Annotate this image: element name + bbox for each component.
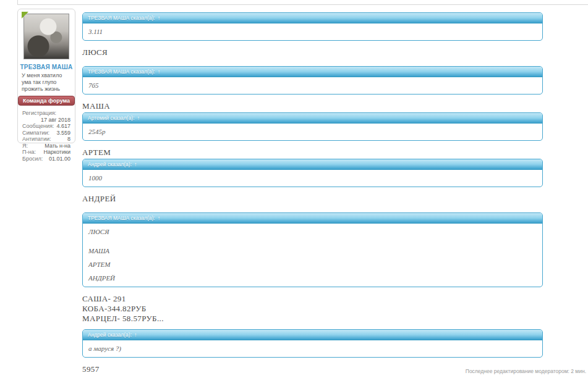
- stat-label: Бросил:: [22, 156, 43, 162]
- quote-content-line: а маруся ?): [88, 345, 537, 353]
- user-stat-row: Антипатии:8: [22, 136, 70, 143]
- quote-attribution: ТРЕЗВАЯ МАША сказал(а):: [88, 215, 155, 221]
- quote-jump-arrow[interactable]: ↑: [134, 332, 137, 338]
- quote-jump-arrow[interactable]: ↑: [158, 69, 161, 75]
- quote-jump-arrow[interactable]: ↑: [134, 161, 137, 167]
- user-stat-row: Сообщения:4.617: [22, 123, 70, 130]
- user-stats: Регистрация:17 авг 2018Сообщения:4.617Си…: [22, 110, 70, 162]
- quote-content-line: 2545р: [88, 128, 537, 136]
- quote-header: Андрей сказал(а): ↑: [83, 330, 542, 340]
- quote-jump-arrow[interactable]: ↑: [158, 215, 161, 221]
- stat-value: 17 авг 2018: [41, 117, 70, 124]
- quote-attribution: Артемий сказал(а):: [88, 115, 135, 121]
- quote-content: ЛЮСЯМАШААРТЕМАНДРЕЙ: [83, 224, 542, 287]
- post-content: ТРЕЗВАЯ МАША сказал(а): ↑ 3.111 ЛЮСЯ ТРЕ…: [82, 0, 586, 378]
- stat-value: Наркотики: [44, 149, 70, 156]
- post-text: МАША: [82, 101, 543, 111]
- user-stat-row: Симпатии:3.559: [22, 130, 70, 136]
- quote-block: Андрей сказал(а): ↑ а маруся ?): [82, 329, 543, 358]
- quote-block: Артемий сказал(а): ↑ 2545р: [82, 112, 543, 141]
- user-info-card: ТРЕЗВАЯ МАША У меня хватило ума так глуп…: [17, 9, 75, 143]
- stat-label: П-на:: [22, 149, 36, 156]
- stat-label: Регистрация:: [22, 110, 56, 117]
- stat-label: Симпатии:: [22, 130, 49, 136]
- quote-content-line: 765: [88, 82, 537, 90]
- stat-label: Антипатии:: [22, 136, 51, 143]
- user-stat-row: П-на:Наркотики: [22, 149, 70, 156]
- quote-content-line: АРТЕМ: [88, 261, 537, 269]
- post-text-line: МАРЦЕЛ- 58.57РУБ...: [82, 314, 543, 324]
- user-tagline: У меня хватило ума так глупо прожить жиз…: [22, 72, 71, 93]
- quote-group: ТРЕЗВАЯ МАША сказал(а): ↑ ЛЮСЯМАШААРТЕМА…: [82, 212, 543, 324]
- quote-header: ТРЕЗВАЯ МАША сказал(а): ↑: [83, 213, 542, 224]
- post-text: САША- 291КОБА-344.82РУБМАРЦЕЛ- 58.57РУБ.…: [82, 294, 543, 324]
- quote-group: ТРЕЗВАЯ МАША сказал(а): ↑ 765 МАША: [82, 66, 543, 111]
- quote-group: ТРЕЗВАЯ МАША сказал(а): ↑ 3.111 ЛЮСЯ: [82, 12, 543, 57]
- post-text-line: АРТЕМ: [82, 148, 543, 158]
- quote-block: ТРЕЗВАЯ МАША сказал(а): ↑ 765: [82, 66, 543, 94]
- stat-value: 01.01.00: [49, 156, 70, 162]
- quote-content-line: ЛЮСЯ: [88, 228, 537, 236]
- quote-content-line: АНДРЕЙ: [88, 274, 537, 282]
- quote-content: 765: [83, 77, 542, 94]
- online-indicator-icon: [22, 12, 28, 19]
- stat-value: 3.559: [56, 130, 70, 136]
- user-stat-row: Я:Мать н-на: [22, 143, 70, 149]
- avatar[interactable]: [23, 14, 69, 59]
- post-text-line: КОБА-344.82РУБ: [82, 304, 543, 314]
- quote-block: Андрей сказал(а): ↑ 1000: [82, 159, 543, 187]
- quote-group: Артемий сказал(а): ↑ 2545р АРТЕМ: [82, 112, 543, 158]
- username-link[interactable]: ТРЕЗВАЯ МАША: [18, 64, 75, 70]
- stat-value: Мать н-на: [45, 143, 70, 149]
- post-text-line: АНДРЕЙ: [82, 194, 543, 204]
- quote-attribution: Андрей сказал(а):: [88, 161, 132, 167]
- post-text: ЛЮСЯ: [82, 48, 543, 57]
- quote-group: Андрей сказал(а): ↑ 1000 АНДРЕЙ: [82, 159, 543, 204]
- post-text-line: САША- 291: [82, 294, 543, 304]
- quote-attribution: ТРЕЗВАЯ МАША сказал(а):: [88, 15, 155, 21]
- user-stat-row: 17 авг 2018: [22, 117, 70, 124]
- quote-content: 3.111: [83, 23, 542, 40]
- staff-banner: Команда форума: [18, 96, 75, 106]
- quote-content-line: МАША: [88, 247, 537, 255]
- quote-block: ТРЕЗВАЯ МАША сказал(а): ↑ 3.111: [82, 12, 543, 41]
- stat-value: 8: [67, 136, 70, 143]
- post-text-line: ЛЮСЯ: [82, 48, 543, 57]
- stat-label: Я:: [22, 143, 28, 149]
- quote-content: а маруся ?): [83, 340, 542, 357]
- quote-attribution: Андрей сказал(а):: [88, 332, 132, 338]
- post-text-line: МАША: [82, 101, 543, 111]
- quote-content-line: 3.111: [88, 28, 537, 36]
- quote-jump-arrow[interactable]: ↑: [137, 115, 140, 121]
- avatar-wrap: [23, 14, 69, 59]
- quote-header: ТРЕЗВАЯ МАША сказал(а): ↑: [83, 13, 542, 23]
- quote-header: Андрей сказал(а): ↑: [83, 159, 542, 170]
- quote-content-line: 1000: [88, 174, 537, 182]
- quote-header: Артемий сказал(а): ↑: [83, 113, 542, 124]
- user-stat-row: Бросил:01.01.00: [22, 156, 70, 162]
- post-top-divider-tick: [17, 0, 18, 4]
- last-edited-note: Последнее редактирование модератором: 2 …: [466, 368, 586, 374]
- user-stat-row: Регистрация:: [22, 110, 70, 117]
- quote-content: 2545р: [83, 124, 542, 140]
- stat-label: Сообщения:: [22, 123, 54, 130]
- quote-attribution: ТРЕЗВАЯ МАША сказал(а):: [88, 69, 155, 75]
- post-text: АНДРЕЙ: [82, 194, 543, 204]
- quote-block: ТРЕЗВАЯ МАША сказал(а): ↑ ЛЮСЯМАШААРТЕМА…: [82, 212, 543, 287]
- stat-value: 4.617: [56, 123, 70, 130]
- post-text: АРТЕМ: [82, 148, 543, 158]
- quote-header: ТРЕЗВАЯ МАША сказал(а): ↑: [83, 67, 542, 77]
- quote-content: 1000: [83, 170, 542, 187]
- quote-content-line: [88, 242, 537, 244]
- quote-jump-arrow[interactable]: ↑: [158, 15, 161, 21]
